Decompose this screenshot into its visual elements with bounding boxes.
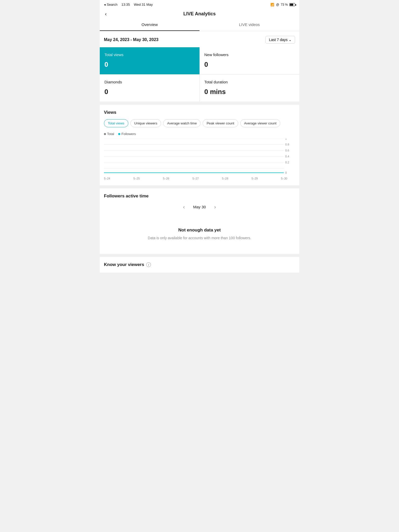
status-bar: ◂ Search 13:35 Wed 31 May 📶 @ 73 % <box>100 0 299 8</box>
views-section-title: Views <box>104 110 295 115</box>
x-label-524: 5–24 <box>104 177 110 180</box>
status-search: Search <box>107 3 117 6</box>
stat-value-diamonds: 0 <box>104 88 195 96</box>
date-nav: ‹ May 30 › <box>104 203 295 211</box>
legend-total: Total <box>104 132 114 136</box>
x-label-530: 5–30 <box>281 177 287 180</box>
date-nav-next[interactable]: › <box>212 203 218 211</box>
tab-live-videos[interactable]: LIVE videos <box>200 19 299 31</box>
date-nav-prev[interactable]: ‹ <box>181 203 187 211</box>
x-label-525: 5–25 <box>134 177 140 180</box>
stat-label-total-duration: Total duration <box>204 80 295 84</box>
no-data-subtitle: Data is only available for accounts with… <box>109 235 290 241</box>
pill-peak-viewer-count[interactable]: Peak viewer count <box>203 119 238 127</box>
svg-text:0.6: 0.6 <box>285 149 289 152</box>
stat-card-new-followers: New followers 0 <box>200 47 300 74</box>
page-title: LIVE Analytics <box>183 11 216 17</box>
x-label-528: 5–28 <box>222 177 228 180</box>
date-range-row: May 24, 2023 - May 30, 2023 Last 7 days … <box>100 31 299 47</box>
x-label-529: 5–29 <box>251 177 258 180</box>
info-icon[interactable]: i <box>146 262 151 267</box>
legend-dot-total <box>104 133 106 135</box>
stat-card-diamonds: Diamonds 0 <box>100 75 200 102</box>
stat-label-diamonds: Diamonds <box>104 80 195 84</box>
chevron-down-icon: ⌄ <box>289 38 292 42</box>
stat-label-new-followers: New followers <box>204 52 295 57</box>
location-icon: @ <box>276 3 279 6</box>
status-time: 13:35 <box>121 3 130 6</box>
stat-card-total-duration: Total duration 0 mins <box>200 75 300 102</box>
followers-active-time-section: Followers active time ‹ May 30 › Not eno… <box>100 188 299 254</box>
date-filter-button[interactable]: Last 7 days ⌄ <box>265 36 295 44</box>
tab-bar: Overview LIVE videos <box>100 19 299 31</box>
tab-overview[interactable]: Overview <box>100 19 200 31</box>
chart-container: 1 0.8 0.6 0.4 0.2 0 5–24 5–25 5–26 5–27 … <box>104 138 295 180</box>
followers-active-time-title: Followers active time <box>104 194 295 199</box>
status-left: ◂ Search 13:35 Wed 31 May <box>104 3 153 6</box>
stat-label-total-views: Total views <box>104 52 195 57</box>
x-label-526: 5–26 <box>163 177 169 180</box>
x-label-527: 5–27 <box>192 177 199 180</box>
nav-date-label: May 30 <box>193 205 206 209</box>
chart-legend: Total Followers <box>104 132 295 136</box>
x-axis-labels: 5–24 5–25 5–26 5–27 5–28 5–29 5–30 <box>104 176 295 180</box>
back-button[interactable]: ‹ <box>104 10 108 18</box>
chart-svg: 1 0.8 0.6 0.4 0.2 0 <box>104 138 295 175</box>
stat-value-total-views: 0 <box>104 61 195 69</box>
back-indicator: ◂ <box>104 3 106 6</box>
pill-unique-viewers[interactable]: Unique viewers <box>130 119 161 127</box>
svg-text:0.8: 0.8 <box>285 143 289 146</box>
wifi-icon: 📶 <box>270 3 274 6</box>
no-data-title: Not enough data yet <box>109 228 290 233</box>
battery-percent: 73 % <box>281 3 288 6</box>
no-data-area: Not enough data yet Data is only availab… <box>104 217 295 249</box>
svg-text:0: 0 <box>285 171 287 174</box>
legend-dot-followers <box>118 133 120 135</box>
legend-followers: Followers <box>118 132 136 136</box>
pill-avg-viewer-count[interactable]: Average viewer count <box>240 119 281 127</box>
svg-text:1: 1 <box>285 138 287 140</box>
views-section: Views Total views Unique viewers Average… <box>100 105 299 185</box>
stats-grid: Total views 0 New followers 0 Diamonds 0… <box>100 47 299 102</box>
pill-total-views[interactable]: Total views <box>104 119 128 127</box>
stat-value-total-duration: 0 mins <box>204 88 295 96</box>
know-viewers-section: Know your viewers i <box>100 257 299 272</box>
app-header: ‹ LIVE Analytics <box>100 8 299 19</box>
status-right: 📶 @ 73 % <box>270 3 295 6</box>
svg-text:0.4: 0.4 <box>285 155 289 158</box>
know-viewers-title: Know your viewers i <box>104 262 295 267</box>
filter-pills: Total views Unique viewers Average watch… <box>104 119 295 127</box>
battery-icon <box>289 3 295 6</box>
date-range-text: May 24, 2023 - May 30, 2023 <box>104 37 158 42</box>
svg-text:0.2: 0.2 <box>285 161 289 164</box>
status-date: Wed 31 May <box>134 3 153 6</box>
pill-avg-watch-time[interactable]: Average watch time <box>163 119 201 127</box>
stat-card-total-views: Total views 0 <box>100 47 200 74</box>
stat-value-new-followers: 0 <box>204 61 295 69</box>
